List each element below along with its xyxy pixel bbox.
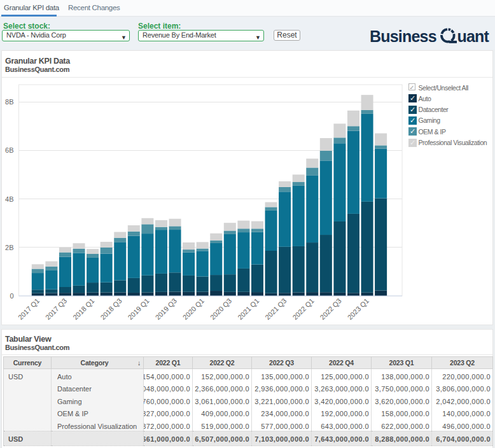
- svg-text:2018 Q1: 2018 Q1: [71, 297, 95, 321]
- svg-text:0: 0: [10, 292, 13, 300]
- svg-text:8B: 8B: [5, 98, 13, 106]
- svg-text:2020 Q1: 2020 Q1: [181, 297, 206, 321]
- svg-text:2B: 2B: [5, 244, 13, 251]
- svg-text:2019 Q1: 2019 Q1: [126, 297, 150, 321]
- svg-text:2022 Q3: 2022 Q3: [318, 297, 342, 321]
- svg-text:2018 Q3: 2018 Q3: [99, 297, 123, 321]
- svg-text:2017 Q3: 2017 Q3: [44, 297, 68, 321]
- svg-text:6B: 6B: [5, 146, 13, 154]
- svg-text:2021 Q1: 2021 Q1: [236, 297, 260, 321]
- svg-text:2021 Q3: 2021 Q3: [263, 297, 288, 321]
- svg-text:4B: 4B: [5, 195, 13, 203]
- svg-text:2022 Q1: 2022 Q1: [291, 297, 315, 321]
- svg-text:2023 Q1: 2023 Q1: [346, 297, 370, 321]
- svg-text:2019 Q3: 2019 Q3: [154, 297, 178, 321]
- svg-text:2017 Q1: 2017 Q1: [17, 297, 41, 321]
- svg-text:2020 Q3: 2020 Q3: [209, 297, 233, 321]
